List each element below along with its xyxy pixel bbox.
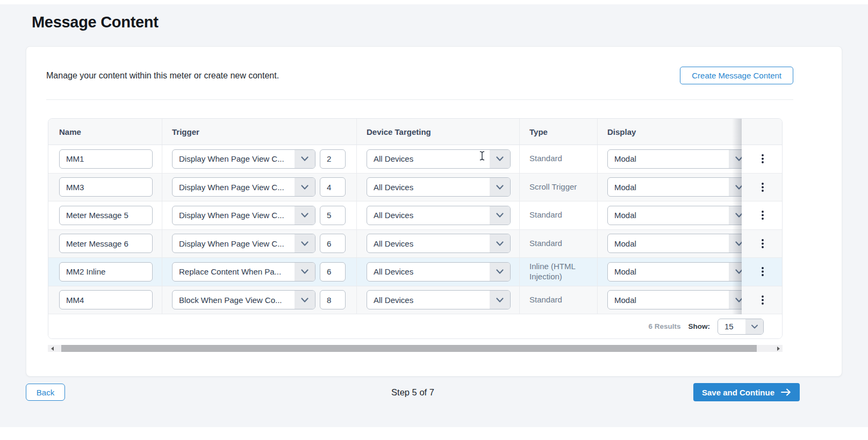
chevron-down-icon — [490, 206, 510, 225]
cell-trigger: Display When Page View C... — [162, 201, 357, 229]
create-message-content-button[interactable]: Create Message Content — [680, 67, 793, 84]
device-targeting-select[interactable]: All Devices — [367, 177, 511, 197]
cell-display: Modal — [598, 230, 742, 258]
device-targeting-select[interactable]: All Devices — [367, 149, 511, 169]
row-actions-cell — [742, 230, 783, 258]
chevron-down-icon — [295, 234, 315, 253]
row-menu-button[interactable] — [756, 292, 769, 308]
type-label: Inline (HTML Injection) — [529, 262, 597, 282]
chevron-down-icon — [745, 319, 763, 334]
name-input[interactable] — [59, 206, 153, 225]
table-row: Display When Page View C... All Devices … — [48, 145, 742, 174]
type-label: Standard — [529, 210, 566, 220]
scroll-left-arrow-icon[interactable] — [48, 345, 56, 352]
cell-trigger: Replace Content When Pa... — [162, 258, 357, 286]
results-count: 6 Results — [648, 322, 680, 330]
horizontal-scrollbar[interactable] — [48, 345, 783, 352]
display-select[interactable]: Modal — [607, 262, 742, 282]
arrow-right-icon — [781, 388, 791, 396]
trigger-count-input[interactable] — [320, 177, 346, 197]
trigger-select[interactable]: Block When Page View Co... — [172, 290, 315, 309]
trigger-select[interactable]: Display When Page View C... — [172, 149, 315, 169]
cell-trigger: Block When Page View Co... — [162, 286, 357, 314]
trigger-select-value: Display When Page View C... — [173, 211, 295, 220]
row-actions-cell — [742, 201, 783, 230]
cell-type: Standard — [520, 145, 598, 173]
trigger-select[interactable]: Display When Page View C... — [172, 177, 315, 197]
trigger-select[interactable]: Display When Page View C... — [172, 206, 315, 225]
device-targeting-select[interactable]: All Devices — [367, 290, 511, 309]
name-input[interactable] — [59, 262, 153, 282]
trigger-select[interactable]: Display When Page View C... — [172, 234, 315, 253]
kebab-menu-icon — [762, 211, 764, 220]
back-button[interactable]: Back — [26, 384, 65, 401]
cell-type: Inline (HTML Injection) — [520, 258, 598, 286]
display-select[interactable]: Modal — [607, 206, 742, 225]
column-header-trigger: Trigger — [162, 119, 357, 145]
save-button-label: Save and Continue — [702, 388, 774, 397]
cell-display: Modal — [598, 145, 742, 173]
device-targeting-select-value: All Devices — [367, 239, 490, 248]
cell-device-targeting: All Devices — [357, 286, 520, 314]
row-menu-button[interactable] — [756, 179, 769, 195]
device-targeting-select[interactable]: All Devices — [367, 262, 511, 282]
cell-device-targeting: All Devices — [357, 145, 520, 173]
cell-name — [48, 145, 162, 173]
table-row: Block When Page View Co... All Devices S… — [48, 286, 742, 315]
column-header-type: Type — [520, 119, 598, 145]
table-body: Display When Page View C... All Devices … — [48, 145, 742, 314]
chevron-down-icon — [295, 206, 315, 225]
name-input[interactable] — [59, 177, 153, 197]
row-actions-column — [742, 119, 783, 314]
table-scroll-area[interactable]: Name Trigger Device Targeting Type Displ… — [48, 119, 742, 314]
trigger-select[interactable]: Replace Content When Pa... — [172, 262, 315, 282]
trigger-count-input[interactable] — [320, 149, 346, 169]
row-menu-button[interactable] — [756, 207, 769, 223]
chevron-down-icon — [729, 263, 742, 281]
trigger-count-input[interactable] — [320, 234, 346, 253]
name-input[interactable] — [59, 234, 153, 253]
device-targeting-select-value: All Devices — [367, 295, 490, 305]
display-select[interactable]: Modal — [607, 149, 742, 169]
cell-type: Standard — [520, 201, 598, 229]
scrollbar-track[interactable] — [56, 345, 774, 352]
device-targeting-select-value: All Devices — [367, 183, 490, 192]
cell-name — [48, 286, 162, 314]
chevron-down-icon — [490, 178, 510, 196]
page-size-select[interactable]: 15 — [718, 319, 764, 335]
display-select[interactable]: Modal — [607, 177, 742, 197]
display-select-value: Modal — [608, 267, 729, 276]
scrollbar-thumb[interactable] — [61, 345, 757, 352]
message-content-panel: Manage your content within this meter or… — [26, 46, 842, 377]
scroll-right-arrow-icon[interactable] — [774, 345, 783, 352]
table-row: Display When Page View C... All Devices … — [48, 230, 742, 258]
cell-name — [48, 258, 162, 286]
cell-name — [48, 174, 162, 201]
name-input[interactable] — [59, 149, 153, 169]
trigger-count-input[interactable] — [320, 290, 346, 309]
row-menu-button[interactable] — [756, 264, 769, 279]
trigger-count-input[interactable] — [320, 206, 346, 225]
display-select[interactable]: Modal — [607, 290, 742, 309]
chevron-down-icon — [295, 178, 315, 196]
display-select[interactable]: Modal — [607, 234, 742, 253]
page-title: Message Content — [32, 13, 868, 31]
chevron-down-icon — [490, 234, 510, 253]
row-menu-button[interactable] — [756, 236, 769, 251]
save-and-continue-button[interactable]: Save and Continue — [693, 383, 800, 401]
step-indicator: Step 5 of 7 — [391, 387, 434, 398]
device-targeting-select[interactable]: All Devices — [367, 234, 511, 253]
name-input[interactable] — [59, 290, 153, 309]
display-select-value: Modal — [608, 183, 729, 192]
device-targeting-select[interactable]: All Devices — [367, 206, 511, 225]
display-select-value: Modal — [608, 154, 729, 163]
chevron-down-icon — [729, 178, 742, 196]
table-row: Display When Page View C... All Devices … — [48, 174, 742, 202]
row-menu-button[interactable] — [756, 151, 769, 167]
chevron-down-icon — [295, 291, 315, 309]
display-select-value: Modal — [608, 239, 729, 248]
kebab-menu-icon — [762, 154, 764, 163]
trigger-count-input[interactable] — [320, 262, 346, 282]
display-select-value: Modal — [608, 295, 729, 305]
chevron-down-icon — [490, 150, 510, 168]
